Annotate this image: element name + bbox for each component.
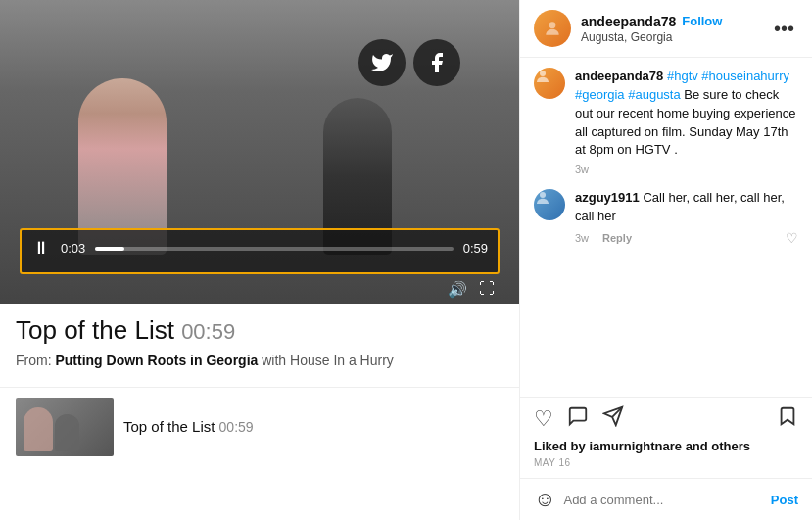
bottom-icons: 🔊 ⛶ bbox=[448, 280, 495, 299]
progress-bar[interactable] bbox=[95, 247, 453, 251]
svg-point-2 bbox=[540, 192, 546, 198]
comment-input-bar: ☺ Post bbox=[520, 478, 812, 520]
post-header: andeepanda78 Follow Augusta, Georgia ••• bbox=[520, 0, 812, 58]
action-icons: ♡ bbox=[534, 405, 798, 433]
video-duration: 00:59 bbox=[181, 319, 235, 344]
fullscreen-icon[interactable]: ⛶ bbox=[479, 280, 495, 299]
post-comment-button[interactable]: Post bbox=[771, 493, 798, 507]
comment-body-1: andeepanda78 #hgtv #houseinahurry #georg… bbox=[575, 68, 798, 175]
progress-fill bbox=[95, 247, 123, 251]
header-location: Augusta, Georgia bbox=[581, 30, 760, 44]
liked-by-user[interactable]: iamurnightnare bbox=[589, 439, 682, 453]
follow-button[interactable]: Follow bbox=[682, 14, 722, 28]
comment-username-1[interactable]: andeepanda78 bbox=[575, 69, 663, 83]
video-container[interactable]: ⏸ 0:03 0:59 🔊 ⛶ bbox=[0, 0, 519, 304]
video-controls[interactable]: ⏸ 0:03 0:59 bbox=[20, 228, 500, 274]
comment-avatar-2[interactable] bbox=[534, 189, 565, 220]
bookmark-button[interactable] bbox=[777, 405, 798, 433]
comment-meta-1: 3w bbox=[575, 164, 798, 175]
profile-avatar[interactable] bbox=[534, 10, 571, 47]
comment-time-1: 3w bbox=[575, 164, 589, 175]
thumbnail-title-text: Top of the List 00:59 bbox=[123, 418, 254, 435]
actions-bar: ♡ Liked by iamurnightnare and o bbox=[520, 397, 812, 478]
comment-like-icon[interactable]: ♡ bbox=[786, 230, 798, 246]
thumb-figure-left bbox=[24, 407, 53, 451]
video-subtitle: From: Putting Down Roots in Georgia with… bbox=[16, 352, 503, 371]
comments-section: andeepanda78 #hgtv #houseinahurry #georg… bbox=[520, 58, 812, 397]
twitter-share-icon[interactable] bbox=[358, 39, 406, 86]
facebook-share-icon[interactable] bbox=[413, 39, 460, 86]
thumb-figure-right bbox=[55, 414, 79, 451]
comment-body-2: azguy1911 Call her, call her, call her, … bbox=[575, 189, 798, 246]
video-title-section: Top of the List 00:59 From: Putting Down… bbox=[0, 304, 519, 379]
video-title: Top of the List 00:59 bbox=[16, 315, 503, 346]
controls-bar: ⏸ 0:03 0:59 bbox=[20, 228, 500, 274]
right-panel: andeepanda78 Follow Augusta, Georgia •••… bbox=[519, 0, 812, 520]
share-button[interactable] bbox=[602, 405, 624, 433]
more-options-button[interactable]: ••• bbox=[770, 18, 798, 40]
username-row: andeepanda78 Follow bbox=[581, 14, 760, 29]
comment-username-2[interactable]: azguy1911 bbox=[575, 190, 640, 205]
svg-point-1 bbox=[540, 71, 546, 76]
pause-button[interactable]: ⏸ bbox=[31, 238, 51, 259]
comment-button[interactable] bbox=[567, 405, 589, 433]
show-link[interactable]: Putting Down Roots in Georgia bbox=[55, 353, 258, 368]
comment-avatar-1[interactable] bbox=[534, 68, 565, 99]
comment-text-2: azguy1911 Call her, call her, call her, … bbox=[575, 189, 798, 226]
volume-icon[interactable]: 🔊 bbox=[448, 280, 467, 299]
header-username[interactable]: andeepanda78 bbox=[581, 14, 676, 29]
like-button[interactable]: ♡ bbox=[534, 406, 553, 432]
time-current: 0:03 bbox=[61, 241, 85, 256]
emoji-button[interactable]: ☺ bbox=[534, 487, 555, 512]
comment-item-2: azguy1911 Call her, call her, call her, … bbox=[534, 189, 798, 246]
post-date: MAY 16 bbox=[534, 457, 798, 468]
comment-meta-2: 3w Reply ♡ bbox=[575, 230, 798, 246]
comment-input[interactable] bbox=[563, 493, 762, 507]
reply-button[interactable]: Reply bbox=[602, 232, 632, 244]
svg-point-0 bbox=[549, 22, 556, 28]
header-user-info: andeepanda78 Follow Augusta, Georgia bbox=[581, 14, 760, 44]
comment-time-2: 3w bbox=[575, 232, 589, 244]
comment-text-1: andeepanda78 #hgtv #houseinahurry #georg… bbox=[575, 68, 798, 160]
thumbnail-item[interactable]: Top of the List 00:59 bbox=[0, 388, 519, 466]
controls-top: ⏸ 0:03 0:59 bbox=[31, 238, 488, 259]
social-share-icons bbox=[358, 39, 460, 86]
left-panel: ⏸ 0:03 0:59 🔊 ⛶ Top of the List 00:59 Fr… bbox=[0, 0, 519, 520]
bottom-strip: Top of the List 00:59 bbox=[0, 387, 519, 466]
thumbnail-image bbox=[16, 398, 114, 456]
comment-item: andeepanda78 #hgtv #houseinahurry #georg… bbox=[534, 68, 798, 175]
time-total: 0:59 bbox=[463, 241, 488, 256]
liked-by: Liked by iamurnightnare and others bbox=[534, 439, 798, 453]
